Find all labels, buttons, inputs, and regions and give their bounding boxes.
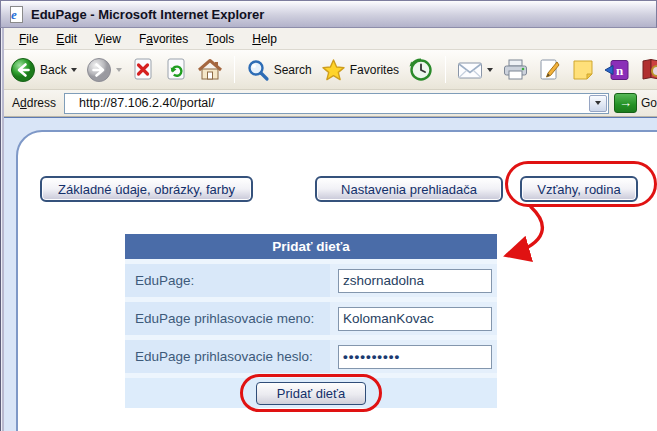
search-button[interactable]: Search <box>246 58 312 82</box>
form-row-login: EduPage prihlasovacie meno: <box>125 302 497 335</box>
edit-icon <box>538 58 562 82</box>
sticky-note-icon <box>571 58 595 82</box>
password-field[interactable] <box>338 345 492 369</box>
research-icon <box>639 57 657 82</box>
forward-icon <box>86 57 112 83</box>
window-title: EduPage - Microsoft Internet Explorer <box>31 7 264 22</box>
search-icon <box>246 58 270 82</box>
nav-button-basic-data[interactable]: Základné údaje, obrázky, farby <box>40 176 253 202</box>
title-bar: e EduPage - Microsoft Internet Explorer <box>0 0 657 28</box>
mail-button[interactable] <box>457 59 493 81</box>
login-field[interactable] <box>338 307 492 331</box>
back-icon <box>10 57 36 83</box>
toolbar-separator <box>234 56 235 83</box>
print-button[interactable] <box>502 58 529 82</box>
back-dropdown-caret[interactable] <box>71 68 77 72</box>
browser-viewport: Základné údaje, obrázky, farby Nastaveni… <box>4 117 657 431</box>
nav-button-browser-settings[interactable]: Nastavenia prehliadača <box>315 176 503 202</box>
address-url[interactable]: http://87.106.2.40/portal/ <box>65 96 589 110</box>
history-button[interactable] <box>408 57 434 83</box>
edupage-field-label: EduPage: <box>125 264 330 297</box>
favorites-label: Favorites <box>350 63 399 77</box>
home-icon <box>197 58 223 82</box>
onenote-button[interactable]: n <box>604 58 630 82</box>
annotation-oval-relations <box>505 161 657 207</box>
back-label: Back <box>40 63 67 77</box>
edupage-field[interactable] <box>338 269 492 293</box>
menu-edit[interactable]: Edit <box>47 29 86 49</box>
address-bar: Address http://87.106.2.40/portal/ → Go <box>4 90 657 117</box>
add-child-form: Pridať dieťa EduPage: EduPage prihlasova… <box>125 234 497 408</box>
toolbar-separator <box>445 56 446 83</box>
go-label: Go <box>641 96 657 110</box>
menu-view[interactable]: View <box>86 29 130 49</box>
form-row-edupage: EduPage: <box>125 264 497 297</box>
toolbar: Back <box>4 50 657 90</box>
address-label: Address <box>12 96 56 110</box>
add-child-submit-button[interactable]: Pridať dieťa <box>256 382 366 405</box>
back-button[interactable]: Back <box>10 57 77 83</box>
login-field-label: EduPage prihlasovacie meno: <box>125 302 330 335</box>
address-input[interactable]: http://87.106.2.40/portal/ <box>64 93 609 114</box>
search-label: Search <box>274 63 312 77</box>
research-button[interactable] <box>639 57 657 82</box>
menu-tools[interactable]: Tools <box>197 29 243 49</box>
history-icon <box>408 57 434 83</box>
mail-icon <box>457 59 483 81</box>
stop-icon <box>131 57 155 82</box>
address-dropdown-button[interactable] <box>589 95 607 112</box>
print-icon <box>502 58 529 82</box>
home-button[interactable] <box>197 58 223 82</box>
go-button[interactable]: → <box>614 93 637 113</box>
annotation-arrow <box>490 205 564 265</box>
favorites-button[interactable]: Favorites <box>321 58 399 82</box>
discuss-note-button[interactable] <box>571 58 595 82</box>
menu-bar: File Edit View Favorites Tools Help <box>4 28 657 50</box>
refresh-button[interactable] <box>164 57 188 82</box>
chevron-down-icon <box>595 101 601 105</box>
svg-text:n: n <box>616 63 624 78</box>
edit-button[interactable] <box>538 58 562 82</box>
forward-button[interactable] <box>86 57 122 83</box>
favorites-star-icon <box>321 58 346 82</box>
menu-file[interactable]: File <box>10 29 47 49</box>
menu-help[interactable]: Help <box>243 29 286 49</box>
onenote-icon: n <box>604 58 630 82</box>
form-footer: Pridať dieťa <box>125 378 497 408</box>
refresh-icon <box>164 57 188 82</box>
forward-dropdown-caret <box>116 68 122 72</box>
menu-favorites[interactable]: Favorites <box>130 29 197 49</box>
form-row-password: EduPage prihlasovacie heslo: <box>125 340 497 373</box>
form-title: Pridať dieťa <box>125 234 497 259</box>
ie-app-icon: e <box>8 6 25 23</box>
mail-dropdown-caret[interactable] <box>487 68 493 72</box>
password-field-label: EduPage prihlasovacie heslo: <box>125 340 330 373</box>
stop-button[interactable] <box>131 57 155 82</box>
